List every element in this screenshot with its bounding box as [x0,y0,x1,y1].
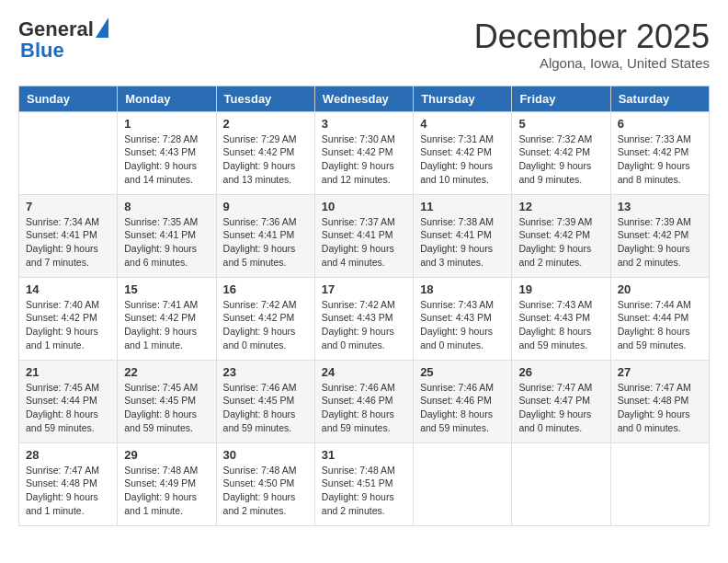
day-number: 20 [618,282,702,296]
calendar-cell: 22Sunrise: 7:45 AMSunset: 4:45 PMDayligh… [118,360,216,442]
day-number: 29 [124,448,209,462]
day-number: 3 [322,117,406,131]
day-number: 24 [322,365,406,379]
calendar-cell: 2Sunrise: 7:29 AMSunset: 4:42 PMDaylight… [216,111,314,194]
day-number: 13 [618,200,702,213]
day-info: Sunrise: 7:40 AMSunset: 4:42 PMDaylight:… [26,298,110,352]
calendar-cell: 7Sunrise: 7:34 AMSunset: 4:41 PMDaylight… [19,194,118,277]
day-info: Sunrise: 7:42 AMSunset: 4:42 PMDaylight:… [223,298,308,352]
calendar-cell: 10Sunrise: 7:37 AMSunset: 4:41 PMDayligh… [314,194,413,277]
day-info: Sunrise: 7:37 AMSunset: 4:41 PMDaylight:… [322,215,406,270]
day-number: 5 [518,117,603,131]
calendar-week-row: 14Sunrise: 7:40 AMSunset: 4:42 PMDayligh… [19,277,710,360]
day-info: Sunrise: 7:30 AMSunset: 4:42 PMDaylight:… [322,132,406,187]
calendar-cell [19,111,118,194]
logo: General Blue [18,18,108,63]
calendar-week-row: 28Sunrise: 7:47 AMSunset: 4:48 PMDayligh… [19,442,710,525]
day-number: 10 [322,200,406,213]
calendar-cell: 12Sunrise: 7:39 AMSunset: 4:42 PMDayligh… [512,194,610,277]
day-info: Sunrise: 7:28 AMSunset: 4:43 PMDaylight:… [124,132,209,187]
calendar-cell: 26Sunrise: 7:47 AMSunset: 4:47 PMDayligh… [512,360,610,442]
day-number: 30 [223,448,308,462]
weekday-header-sunday: Sunday [19,86,118,111]
day-number: 1 [124,117,209,131]
day-number: 9 [223,200,308,213]
day-info: Sunrise: 7:45 AMSunset: 4:45 PMDaylight:… [124,381,209,435]
day-number: 25 [420,365,505,379]
day-info: Sunrise: 7:47 AMSunset: 4:48 PMDaylight:… [26,464,110,518]
day-number: 15 [124,282,209,296]
day-number: 18 [420,282,505,296]
calendar-cell [610,442,709,525]
calendar-cell: 11Sunrise: 7:38 AMSunset: 4:41 PMDayligh… [414,194,512,277]
calendar-week-row: 1Sunrise: 7:28 AMSunset: 4:43 PMDaylight… [19,111,710,194]
day-number: 26 [518,365,603,379]
weekday-header-saturday: Saturday [610,86,709,111]
day-info: Sunrise: 7:31 AMSunset: 4:42 PMDaylight:… [420,132,505,187]
day-number: 17 [322,282,406,296]
day-number: 31 [322,448,406,462]
title-block: December 2025 Algona, Iowa, United State… [474,18,710,71]
calendar-cell: 13Sunrise: 7:39 AMSunset: 4:42 PMDayligh… [610,194,709,277]
month-title: December 2025 [474,18,710,55]
calendar-cell: 28Sunrise: 7:47 AMSunset: 4:48 PMDayligh… [19,442,118,525]
calendar-table: SundayMondayTuesdayWednesdayThursdayFrid… [18,86,710,526]
calendar-week-row: 7Sunrise: 7:34 AMSunset: 4:41 PMDaylight… [19,194,710,277]
day-info: Sunrise: 7:48 AMSunset: 4:49 PMDaylight:… [124,464,209,518]
day-info: Sunrise: 7:43 AMSunset: 4:43 PMDaylight:… [518,298,603,352]
calendar-cell: 25Sunrise: 7:46 AMSunset: 4:46 PMDayligh… [414,360,512,442]
day-number: 14 [26,282,110,296]
day-info: Sunrise: 7:42 AMSunset: 4:43 PMDaylight:… [322,298,406,352]
day-info: Sunrise: 7:39 AMSunset: 4:42 PMDaylight:… [618,215,702,270]
day-number: 16 [223,282,308,296]
page-header: General Blue December 2025 Algona, Iowa,… [18,18,710,71]
calendar-cell: 16Sunrise: 7:42 AMSunset: 4:42 PMDayligh… [216,277,314,360]
day-info: Sunrise: 7:46 AMSunset: 4:45 PMDaylight:… [223,381,308,435]
calendar-cell: 5Sunrise: 7:32 AMSunset: 4:42 PMDaylight… [512,111,610,194]
weekday-header-tuesday: Tuesday [216,86,314,111]
calendar-cell: 9Sunrise: 7:36 AMSunset: 4:41 PMDaylight… [216,194,314,277]
calendar-cell: 4Sunrise: 7:31 AMSunset: 4:42 PMDaylight… [414,111,512,194]
calendar-cell: 30Sunrise: 7:48 AMSunset: 4:50 PMDayligh… [216,442,314,525]
location-subtitle: Algona, Iowa, United States [474,55,710,71]
day-info: Sunrise: 7:39 AMSunset: 4:42 PMDaylight:… [518,215,603,270]
day-info: Sunrise: 7:35 AMSunset: 4:41 PMDaylight:… [124,215,209,270]
day-info: Sunrise: 7:34 AMSunset: 4:41 PMDaylight:… [26,215,110,270]
calendar-cell [512,442,610,525]
day-info: Sunrise: 7:43 AMSunset: 4:43 PMDaylight:… [420,298,505,352]
logo-text: General [18,18,94,40]
day-number: 8 [124,200,209,213]
day-info: Sunrise: 7:36 AMSunset: 4:41 PMDaylight:… [223,215,308,270]
calendar-cell: 31Sunrise: 7:48 AMSunset: 4:51 PMDayligh… [314,442,413,525]
calendar-cell: 1Sunrise: 7:28 AMSunset: 4:43 PMDaylight… [118,111,216,194]
day-info: Sunrise: 7:48 AMSunset: 4:50 PMDaylight:… [223,464,308,518]
logo-triangle-icon [96,17,108,38]
weekday-header-friday: Friday [512,86,610,111]
weekday-header-wednesday: Wednesday [314,86,413,111]
day-number: 2 [223,117,308,131]
day-number: 27 [618,365,702,379]
calendar-cell [414,442,512,525]
calendar-cell: 14Sunrise: 7:40 AMSunset: 4:42 PMDayligh… [19,277,118,360]
calendar-cell: 29Sunrise: 7:48 AMSunset: 4:49 PMDayligh… [118,442,216,525]
day-number: 28 [26,448,110,462]
day-info: Sunrise: 7:38 AMSunset: 4:41 PMDaylight:… [420,215,505,270]
calendar-cell: 27Sunrise: 7:47 AMSunset: 4:48 PMDayligh… [610,360,709,442]
day-info: Sunrise: 7:41 AMSunset: 4:42 PMDaylight:… [124,298,209,352]
day-number: 21 [26,365,110,379]
day-info: Sunrise: 7:47 AMSunset: 4:48 PMDaylight:… [618,381,702,435]
calendar-cell: 23Sunrise: 7:46 AMSunset: 4:45 PMDayligh… [216,360,314,442]
day-info: Sunrise: 7:45 AMSunset: 4:44 PMDaylight:… [26,381,110,435]
calendar-cell: 20Sunrise: 7:44 AMSunset: 4:44 PMDayligh… [610,277,709,360]
day-number: 12 [518,200,603,213]
day-info: Sunrise: 7:29 AMSunset: 4:42 PMDaylight:… [223,132,308,187]
day-number: 7 [26,200,110,213]
calendar-cell: 19Sunrise: 7:43 AMSunset: 4:43 PMDayligh… [512,277,610,360]
calendar-cell: 18Sunrise: 7:43 AMSunset: 4:43 PMDayligh… [414,277,512,360]
day-number: 22 [124,365,209,379]
day-info: Sunrise: 7:32 AMSunset: 4:42 PMDaylight:… [518,132,603,187]
day-info: Sunrise: 7:44 AMSunset: 4:44 PMDaylight:… [618,298,702,352]
day-info: Sunrise: 7:47 AMSunset: 4:47 PMDaylight:… [518,381,603,435]
day-number: 23 [223,365,308,379]
calendar-cell: 21Sunrise: 7:45 AMSunset: 4:44 PMDayligh… [19,360,118,442]
